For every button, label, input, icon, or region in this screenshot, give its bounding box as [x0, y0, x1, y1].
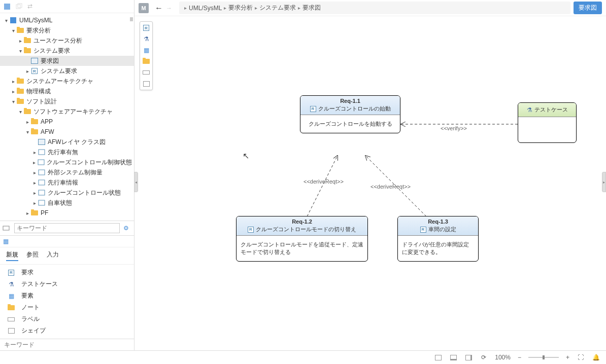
expand-arrow-icon[interactable]: ▾ — [17, 48, 23, 54]
crumb-1[interactable]: 要求分析 — [228, 4, 253, 12]
zoom-slider[interactable] — [528, 357, 559, 358]
expand-arrow-icon[interactable]: ▾ — [17, 109, 23, 115]
expand-arrow-icon[interactable]: ▸ — [31, 170, 38, 175]
expand-arrow-icon[interactable]: ▾ — [10, 99, 16, 104]
expand-arrow-icon[interactable]: ▸ — [24, 68, 30, 74]
palette-tab-new[interactable]: 新規 — [6, 250, 18, 261]
scrollbar-thumb[interactable] — [130, 17, 133, 21]
palette-item-label: ラベル — [21, 315, 40, 323]
tree-row[interactable]: ▸クルーズコントロール状態 — [0, 188, 134, 198]
back-arrow-icon[interactable]: ← — [155, 4, 163, 13]
bell-icon[interactable]: 🔔 — [592, 353, 600, 361]
palette-search-input[interactable] — [4, 341, 130, 348]
folder-tool-icon[interactable] — [142, 57, 150, 65]
tree-row[interactable]: ▸外部システム制御量 — [0, 167, 134, 177]
expand-arrow-icon[interactable]: ▸ — [10, 79, 16, 84]
layout-1-icon[interactable] — [434, 353, 442, 361]
palette-item[interactable]: シェイプ — [0, 325, 134, 337]
sync-icon[interactable]: ⟳ — [480, 353, 488, 361]
elements-tool-icon[interactable]: ▦ — [142, 46, 150, 54]
expand-arrow-icon[interactable]: ▸ — [31, 150, 38, 155]
shape-tool-icon[interactable] — [142, 80, 150, 88]
expand-arrow-icon[interactable]: ▸ — [31, 160, 37, 165]
req-1-2-box[interactable]: Req-1.2 Rクルーズコントロールモードの切り替え クルーズコントロールモー… — [236, 216, 368, 262]
model-button[interactable]: M — [139, 3, 149, 13]
tree-row[interactable]: 要求図 — [0, 56, 134, 66]
link-icon[interactable]: ⇄ — [27, 3, 36, 11]
expand-arrow-icon[interactable]: ▸ — [24, 119, 30, 125]
palette-item[interactable]: R要求 — [0, 267, 134, 278]
tree-row[interactable]: ▾AFW — [0, 127, 134, 137]
palette-tab-ref[interactable]: 参照 — [26, 250, 39, 261]
req-tool-icon[interactable]: R — [142, 24, 150, 32]
palette-item[interactable]: ⚗テストケース — [0, 278, 134, 290]
testcase-box[interactable]: ⚗テストケース — [518, 102, 577, 143]
folder-icon — [16, 97, 24, 105]
tree-label: 自車状態 — [48, 199, 72, 207]
diagram-type-badge[interactable]: 要求図 — [574, 2, 602, 14]
expand-arrow-icon[interactable]: ▸ — [31, 200, 38, 206]
block-icon — [38, 199, 46, 207]
expand-arrow-icon[interactable]: ▸ — [31, 180, 38, 186]
palette-mode-icon[interactable]: ▦ — [3, 238, 9, 245]
fit-icon[interactable]: ⛶ — [577, 353, 585, 361]
folder-icon — [16, 26, 24, 34]
copy-icon[interactable] — [15, 3, 23, 11]
expand-arrow-icon[interactable]: ▾ — [10, 28, 16, 33]
tree-row[interactable]: ▸先行車有無 — [0, 147, 134, 157]
flask-tool-icon[interactable]: ⚗ — [142, 35, 150, 43]
breadcrumb[interactable]: ▸ UML/SysML ▸ 要求分析 ▸ システム要求 ▸ 要求図 — [179, 2, 570, 14]
expand-arrow-icon[interactable]: ▸ — [31, 190, 38, 196]
palette-item[interactable]: ▦要素 — [0, 290, 134, 302]
expand-arrow-icon[interactable]: ▸ — [17, 38, 23, 44]
expand-arrow-icon[interactable]: ▸ — [10, 89, 16, 94]
block-icon — [38, 189, 46, 197]
tree-filter-input[interactable] — [14, 223, 120, 233]
block-icon — [38, 178, 46, 187]
new-icon[interactable] — [3, 3, 11, 11]
palette-item[interactable]: ノート — [0, 302, 134, 313]
filter-right-icon[interactable]: ⚙ — [122, 224, 130, 232]
crumb-3[interactable]: 要求図 — [302, 4, 321, 12]
tree-row[interactable]: ▸物理構成 — [0, 86, 134, 96]
expand-arrow-icon[interactable]: ▾ — [3, 18, 9, 23]
req-1-3-box[interactable]: Req-1.3 R車間の設定 ドライバが任意の車間設定に変更できる。 — [397, 216, 479, 262]
tree-row[interactable]: AFWレイヤ クラス図 — [0, 137, 134, 147]
block-icon — [38, 168, 46, 176]
folder-icon — [30, 118, 39, 126]
layout-3-icon[interactable] — [464, 353, 473, 361]
tree-row[interactable]: ▸PF — [0, 208, 134, 218]
req-1-1-box[interactable]: Req-1.1 Rクルーズコントロールの始動 クルーズコントロールを始動する — [300, 95, 400, 133]
crumb-2[interactable]: システム要求 — [259, 4, 296, 12]
forward-arrow-icon[interactable]: → — [166, 5, 172, 12]
diagram-canvas[interactable]: R ⚗ ▦ Req-1.1 Rクルーズコントロールの始動 — [134, 16, 606, 350]
tree-row[interactable]: ▾システム要求 — [0, 46, 134, 56]
editor-panel: M ← → ▸ UML/SysML ▸ 要求分析 ▸ システム要求 ▸ 要求図 … — [134, 0, 606, 350]
tree-row[interactable]: ▾要求分析 — [0, 25, 134, 35]
palette: ▦ 新規 参照 入力 R要求⚗テストケース▦要素ノートラベルシェイプ — [0, 235, 134, 350]
project-tree[interactable]: ▾UML/SysML▾要求分析▸ユースケース分析▾システム要求要求図▸Rシステム… — [0, 13, 134, 221]
tree-row[interactable]: ▸自車状態 — [0, 198, 134, 208]
tree-row[interactable]: ▾ソフトウェアアーキテクチャ — [0, 106, 134, 117]
label-tool-icon[interactable] — [142, 68, 150, 77]
right-splitter-handle[interactable]: ▸ — [602, 172, 606, 192]
layout-2-icon[interactable] — [449, 353, 457, 361]
palette-item[interactable]: ラベル — [0, 313, 134, 325]
expand-arrow-icon[interactable]: ▾ — [24, 129, 30, 135]
palette-tab-input[interactable]: 入力 — [47, 250, 59, 261]
tree-row[interactable]: ▾ソフト設計 — [0, 96, 134, 106]
tree-row[interactable]: ▾UML/SysML — [0, 15, 134, 25]
filter-left-icon[interactable] — [2, 224, 10, 232]
tree-row[interactable]: ▸ユースケース分析 — [0, 35, 134, 46]
zoom-out-icon[interactable]: − — [518, 354, 521, 361]
left-splitter-handle[interactable]: ◂ — [134, 172, 138, 192]
tree-row[interactable]: ▸クルーズコントロール制御状態 — [0, 157, 134, 167]
zoom-in-icon[interactable]: + — [566, 354, 569, 361]
crumb-0[interactable]: UML/SysML — [189, 5, 222, 12]
svg-line-12 — [307, 156, 338, 216]
expand-arrow-icon[interactable]: ▸ — [24, 210, 30, 216]
tree-row[interactable]: ▸Rシステム要求 — [0, 66, 134, 76]
tree-row[interactable]: ▸APP — [0, 117, 134, 127]
tree-row[interactable]: ▸先行車情報 — [0, 177, 134, 188]
tree-row[interactable]: ▸システムアーキテクチャ — [0, 76, 134, 86]
